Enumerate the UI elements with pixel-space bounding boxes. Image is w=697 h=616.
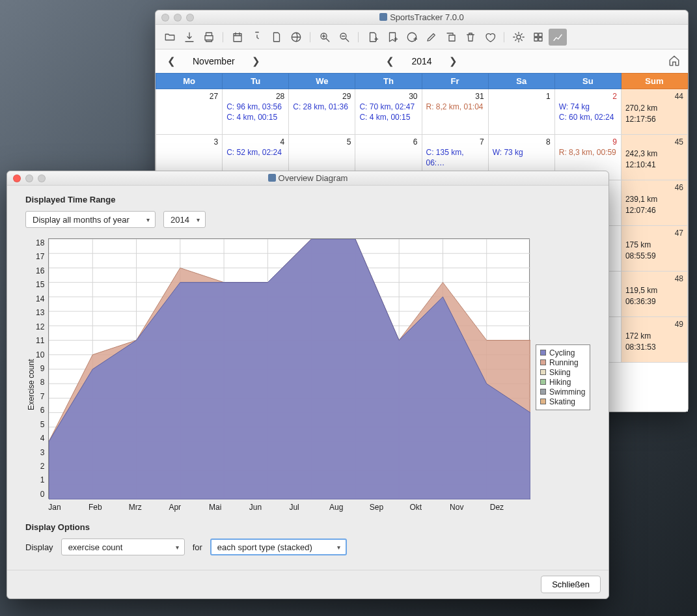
week-summary-cell: 48119,5 km06:36:39 [621,272,687,317]
y-tick: 17 [36,252,44,261]
legend-item: Skiing [540,368,586,377]
download-icon[interactable] [180,29,198,46]
x-tick: Mai [209,503,249,512]
y-tick: 18 [36,238,44,247]
x-tick: Feb [89,503,129,512]
minimize-window-icon[interactable] [25,175,33,182]
calendar-cell[interactable]: 31R: 8,2 km, 01:04 [422,89,488,135]
prev-year-button[interactable]: ❮ [382,53,398,70]
legend-item: Skating [540,397,586,406]
cal-header: Tu [223,74,289,89]
x-tick: Jun [249,503,290,512]
y-tick: 12 [36,322,44,331]
display-label: Display [25,542,53,552]
chart-plot [48,238,530,499]
prev-month-button[interactable]: ❮ [163,53,180,70]
cal-header: Sum [621,74,687,89]
x-tick: Okt [409,503,450,512]
overview-titlebar: Overview Diagram [7,171,608,186]
week-summary-cell: 47175 km08:55:59 [621,226,687,272]
app-logo-icon [268,174,276,182]
zoom-in-icon[interactable] [316,29,334,46]
y-tick: 16 [36,266,44,275]
y-tick: 5 [40,420,45,429]
dialog-title: Overview Diagram [279,173,348,183]
overview-dialog: Overview Diagram Displayed Time Range Di… [7,171,609,599]
legend-item: Hiking [540,378,586,387]
y-tick: 4 [40,434,45,443]
cal-header: Th [355,74,422,89]
y-tick: 9 [40,364,45,373]
calendar-cell[interactable]: 30C: 70 km, 02:47C: 4 km, 00:15 [355,89,422,135]
window-title: SportsTracker 7.0.0 [390,12,464,22]
y-tick: 11 [36,336,44,345]
x-tick: Jan [48,503,89,512]
legend-item: Running [540,358,586,367]
globe-icon[interactable] [287,29,305,46]
year-combo[interactable]: 2014 [163,211,206,228]
main-toolbar: ││││ [156,25,688,49]
cal-header: Mo [156,74,223,89]
zoom-window-icon[interactable] [186,14,194,21]
y-tick: 13 [36,308,44,317]
cal-header: Su [554,74,621,89]
y-tick: 14 [36,294,44,303]
range-heading: Displayed Time Range [25,195,590,204]
chart-icon[interactable] [549,29,567,46]
calendar-cell[interactable]: 1 [488,89,554,135]
x-tick: Mrz [129,503,169,512]
legend-item: Swimming [540,387,586,397]
y-tick: 10 [36,350,44,359]
chart-legend: CyclingRunningSkiingHikingSwimmingSkatin… [536,344,590,410]
x-tick: Apr [169,503,209,512]
year-label: 2014 [411,56,431,66]
calendar-icon[interactable] [228,29,247,46]
add-global-icon[interactable] [403,29,421,46]
next-year-button[interactable]: ❯ [445,53,461,70]
options-heading: Display Options [25,522,590,532]
zoom-window-icon[interactable] [38,175,46,182]
range-combo[interactable]: Display all months of year [25,211,156,228]
month-label: November [193,56,235,66]
close-window-icon[interactable] [161,14,169,21]
legend-item: Cycling [540,348,586,357]
gear-icon[interactable] [510,29,528,46]
minimize-window-icon[interactable] [174,14,182,21]
x-tick: Nov [450,503,490,512]
display-combo[interactable]: exercise count [61,539,185,555]
home-icon[interactable] [668,55,680,68]
y-tick: 3 [40,448,45,457]
x-tick: Jul [289,503,329,512]
for-combo[interactable]: each sport type (stacked) [210,539,347,555]
calendar-cell[interactable]: 2W: 74 kgC: 60 km, 02:24 [554,89,621,135]
delete-icon[interactable] [461,29,480,46]
add-file-icon[interactable] [364,29,382,46]
y-tick: 0 [40,490,45,499]
stopwatch-icon[interactable] [248,29,266,46]
edit-icon[interactable] [422,29,441,46]
calendar-cell[interactable]: 28C: 96 km, 03:56C: 4 km, 00:15 [223,89,289,135]
week-summary-cell: 44270,2 km12:17:56 [621,89,687,135]
next-month-button[interactable]: ❯ [248,53,264,70]
file-icon[interactable] [267,29,286,46]
add-bookmark-icon[interactable] [383,29,402,46]
y-tick: 2 [40,462,45,471]
chart-area: Exercise count 1817161514131211109876543… [25,238,590,516]
x-tick: Aug [329,503,370,512]
y-tick: 7 [40,392,45,401]
zoom-out-icon[interactable] [335,29,353,46]
x-tick: Dez [490,503,530,512]
close-button[interactable]: Schließen [541,576,601,593]
calendar-cell[interactable]: 27 [156,89,223,135]
calendar-cell[interactable]: 29C: 28 km, 01:36 [289,89,355,135]
open-icon[interactable] [161,29,179,46]
cal-header: Fr [422,74,488,89]
close-window-icon[interactable] [13,175,21,182]
week-summary-cell: 46239,1 km12:07:46 [621,180,687,226]
calendar-navbar: ❮ November ❯ ❮ 2014 ❯ [156,49,688,73]
grid-icon[interactable] [529,29,547,46]
copy-icon[interactable] [442,29,460,46]
heart-icon[interactable] [481,29,499,46]
y-tick: 1 [40,475,45,484]
print-icon[interactable] [200,29,218,46]
